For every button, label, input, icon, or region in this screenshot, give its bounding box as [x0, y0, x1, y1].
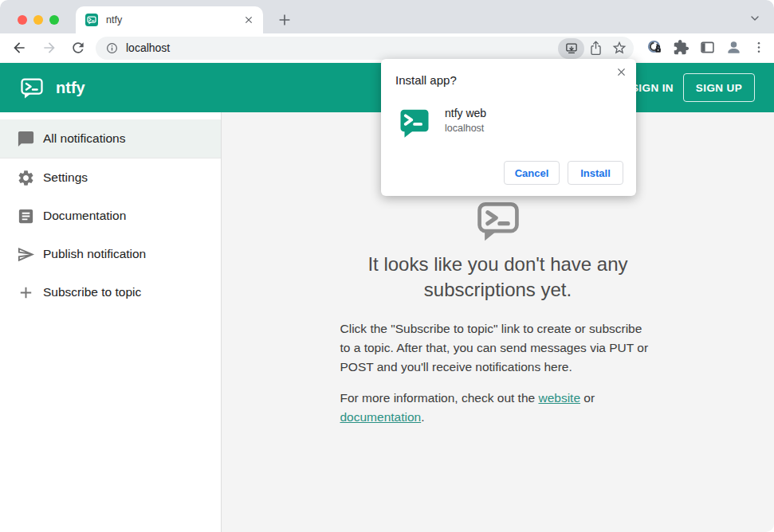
install-button[interactable]: Install: [568, 161, 623, 185]
window-minimize-button[interactable]: [33, 15, 43, 25]
more-info-text: For more information, check out the: [340, 391, 539, 405]
plus-icon: [17, 284, 35, 302]
more-info-text: or: [580, 391, 595, 405]
share-icon[interactable]: [588, 40, 603, 57]
bookmark-star-icon[interactable]: [611, 40, 627, 56]
empty-state-title: It looks like you don't have any subscri…: [331, 252, 666, 303]
ntfy-logo-icon: [19, 75, 45, 100]
app-title: ntfy: [56, 79, 85, 97]
side-panel-icon[interactable]: [699, 39, 716, 56]
browser-menu-icon[interactable]: [752, 39, 766, 56]
extensions-puzzle-icon[interactable]: [673, 39, 690, 56]
dialog-close-icon[interactable]: [615, 66, 627, 78]
gear-icon: [17, 169, 35, 187]
dialog-app-name: ntfy web: [445, 107, 486, 119]
sidebar-item-publish-notification[interactable]: Publish notification: [0, 235, 221, 273]
url-text[interactable]: localhost: [126, 41, 170, 54]
sign-in-button[interactable]: SIGN IN: [631, 82, 674, 94]
website-link[interactable]: website: [538, 391, 580, 405]
cancel-button[interactable]: Cancel: [504, 161, 560, 185]
ntfy-favicon-icon: [85, 14, 98, 26]
sidebar-item-label: Publish notification: [43, 247, 146, 261]
browser-window: ntfy localhost: [0, 0, 774, 532]
sidebar-nav: All notifications Settings Documentation: [0, 112, 222, 532]
tab-close-icon[interactable]: [242, 14, 255, 26]
install-app-button[interactable]: [558, 38, 584, 59]
send-icon: [17, 245, 35, 264]
sidebar-item-documentation[interactable]: Documentation: [0, 197, 221, 235]
sign-up-button[interactable]: SIGN UP: [683, 73, 755, 102]
sidebar-item-label: All notifications: [43, 131, 125, 146]
tab-title: ntfy: [106, 14, 242, 25]
toolbar-right-icons: [646, 39, 766, 56]
browser-tab[interactable]: ntfy: [76, 6, 263, 33]
dialog-actions: Cancel Install: [504, 161, 623, 185]
more-info-text: .: [421, 410, 424, 424]
password-manager-extension-icon[interactable]: [646, 39, 663, 56]
empty-state-paragraph: Click the "Subscribe to topic" link to c…: [340, 319, 656, 377]
window-zoom-button[interactable]: [49, 15, 59, 25]
back-button[interactable]: [11, 40, 27, 56]
ntfy-logo-large-icon: [473, 196, 524, 244]
dialog-title: Install app?: [395, 73, 457, 87]
sidebar-item-label: Settings: [43, 170, 88, 185]
chat-icon: [17, 130, 35, 148]
ntfy-app-icon: [399, 107, 430, 139]
article-icon: [17, 207, 35, 225]
tab-search-chevron-icon[interactable]: [748, 12, 761, 25]
forward-button[interactable]: [41, 40, 57, 56]
documentation-link[interactable]: documentation: [340, 410, 422, 424]
install-app-dialog: Install app? ntfy web localhost Cancel I…: [381, 59, 636, 196]
sidebar-item-all-notifications[interactable]: All notifications: [0, 119, 221, 158]
sidebar-item-subscribe-to-topic[interactable]: Subscribe to topic: [0, 273, 221, 311]
site-info-icon[interactable]: [105, 41, 119, 55]
dialog-app-origin: localhost: [445, 123, 484, 134]
more-info-paragraph: For more information, check out the webs…: [340, 389, 656, 427]
sidebar-item-label: Subscribe to topic: [43, 285, 141, 299]
reload-button[interactable]: [70, 40, 86, 56]
new-tab-button[interactable]: [276, 11, 293, 29]
address-bar[interactable]: localhost: [96, 37, 634, 60]
install-app-icon: [564, 41, 579, 56]
profile-avatar-icon[interactable]: [725, 39, 742, 56]
window-close-button[interactable]: [18, 15, 27, 25]
tab-strip: ntfy: [0, 0, 774, 33]
sidebar-item-settings[interactable]: Settings: [0, 158, 221, 197]
sidebar-item-label: Documentation: [43, 209, 126, 223]
